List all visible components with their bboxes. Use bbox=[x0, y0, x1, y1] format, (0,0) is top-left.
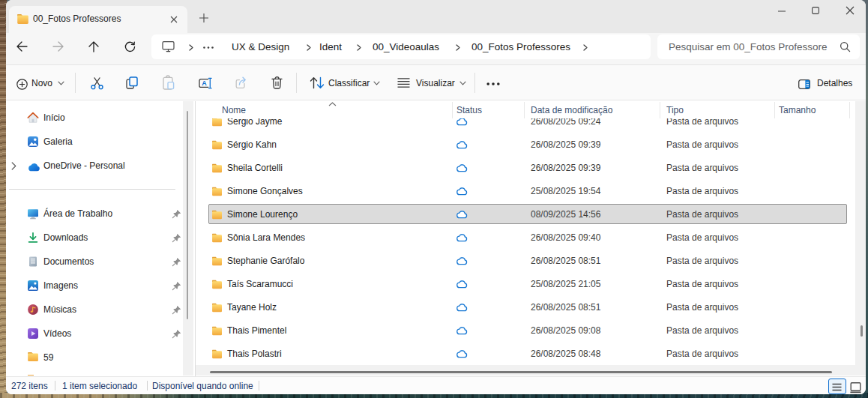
svg-text:A: A bbox=[202, 79, 207, 87]
